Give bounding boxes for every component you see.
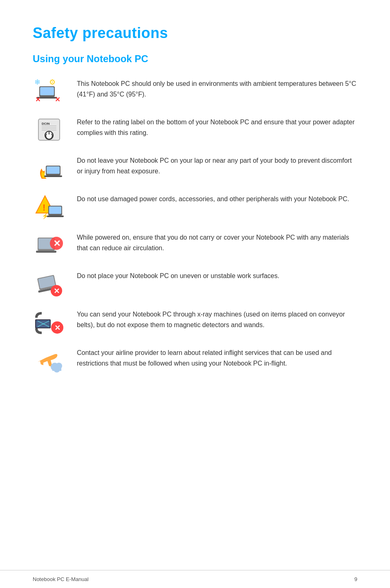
list-item: ✕ While powered on, ensure that you do n… — [33, 231, 357, 259]
svg-text:✕: ✕ — [35, 96, 40, 103]
svg-text:✕: ✕ — [53, 238, 61, 249]
item-text-xray: You can send your Notebook PC through x-… — [77, 307, 357, 330]
item-text-airline: Contact your airline provider to learn a… — [77, 346, 357, 368]
item-text-rating: Refer to the rating label on the bottom … — [77, 115, 357, 138]
airline-icon — [33, 346, 65, 375]
footer-manual-name: Notebook PC E-Manual — [33, 576, 89, 582]
section-title: Using your Notebook PC — [33, 53, 357, 65]
item-text-air: While powered on, ensure that you do not… — [77, 231, 357, 253]
list-item: Contact your airline provider to learn a… — [33, 346, 357, 375]
list-item: ✕ You can send your Notebook PC through … — [33, 307, 357, 336]
svg-text:DCIN: DCIN — [42, 122, 50, 126]
damaged-cords-icon: ! ⚡ — [33, 192, 65, 221]
svg-text:⚡: ⚡ — [42, 213, 49, 220]
air-circulation-icon: ✕ — [33, 231, 65, 259]
temperature-icon: ❄ ⚙ ✕ ✕ — [33, 77, 65, 105]
list-item: ✕ Do not place your Notebook PC on uneve… — [33, 269, 357, 298]
svg-rect-25 — [36, 251, 56, 253]
svg-rect-3 — [40, 87, 54, 95]
heat-icon — [33, 154, 65, 182]
rating-label-icon: DCIN — [33, 115, 65, 144]
page-footer: Notebook PC E-Manual 9 — [0, 570, 390, 588]
svg-rect-16 — [44, 175, 62, 177]
svg-text:⚙: ⚙ — [49, 78, 56, 86]
item-text-heat: Do not leave your Notebook PC on your la… — [77, 154, 357, 176]
svg-rect-20 — [49, 206, 61, 214]
footer-page-number: 9 — [354, 576, 357, 582]
list-item: ❄ ⚙ ✕ ✕ This Notebook PC should only be … — [33, 77, 357, 105]
page-content: Safety precautions Using your Notebook P… — [0, 0, 390, 407]
items-list: ❄ ⚙ ✕ ✕ This Notebook PC should only be … — [33, 77, 357, 375]
svg-rect-42 — [52, 367, 61, 371]
uneven-surface-icon: ✕ — [33, 269, 65, 298]
list-item: Do not leave your Notebook PC on your la… — [33, 154, 357, 182]
svg-text:!: ! — [43, 202, 45, 213]
main-title: Safety precautions — [33, 25, 357, 42]
svg-text:✕: ✕ — [54, 324, 61, 332]
item-text-cords: Do not use damaged power cords, accessor… — [77, 192, 357, 204]
item-text-temperature: This Notebook PC should only be used in … — [77, 77, 357, 99]
svg-text:❄: ❄ — [34, 78, 40, 86]
list-item: DCIN Refer to the rating label on the bo… — [33, 115, 357, 144]
xray-icon: ✕ — [33, 307, 65, 336]
svg-text:✕: ✕ — [54, 287, 60, 295]
svg-rect-15 — [47, 166, 60, 174]
item-text-surface: Do not place your Notebook PC on uneven … — [77, 269, 357, 281]
svg-text:✕: ✕ — [55, 96, 60, 103]
list-item: ! ⚡ Do not use damaged power cords, acce… — [33, 192, 357, 221]
svg-rect-21 — [47, 215, 64, 217]
